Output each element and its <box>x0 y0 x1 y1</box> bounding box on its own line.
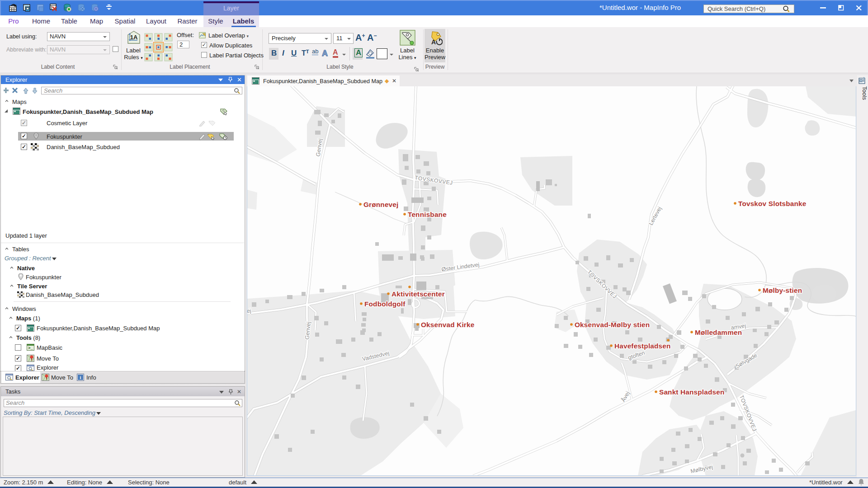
svg-text:1A: 1A <box>130 34 138 41</box>
svg-text:Havefestpladsen: Havefestpladsen <box>614 342 671 350</box>
svg-text:>_: >_ <box>28 346 33 351</box>
svg-text:Oksenvad-Mølby stien: Oksenvad-Mølby stien <box>575 321 650 328</box>
svg-text:Sankt Hanspladsen: Sankt Hanspladsen <box>659 388 725 396</box>
svg-text:Oksenvad Kirke: Oksenvad Kirke <box>421 321 474 328</box>
svg-text:Aktivitetscenter: Aktivitetscenter <box>392 290 445 298</box>
svg-text:Mølby-stien: Mølby-stien <box>763 286 802 294</box>
svg-text:Mølledammen: Mølledammen <box>695 328 742 336</box>
svg-text:i: i <box>80 375 81 380</box>
svg-text:Tennisbane: Tennisbane <box>408 211 447 218</box>
svg-text:A: A <box>431 38 436 45</box>
svg-text:Grønnevej: Grønnevej <box>363 201 398 208</box>
svg-text:Fodboldgolf: Fodboldgolf <box>364 300 406 308</box>
svg-text:Tovskov Slotsbanke: Tovskov Slotsbanke <box>738 200 806 207</box>
